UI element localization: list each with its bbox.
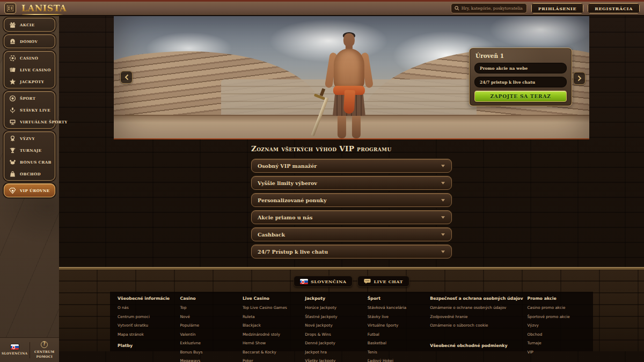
shopping-bag-icon — [9, 171, 16, 178]
sidebar-item-vip-urovne[interactable]: VIP ÚROVNE — [4, 184, 55, 196]
footer-link[interactable]: Ruleta — [243, 314, 301, 319]
footer-link[interactable]: Zodpovedné hranie — [430, 314, 523, 319]
carousel-next-button[interactable] — [573, 72, 586, 85]
sidebar-item-casino[interactable]: CASINO — [4, 52, 55, 64]
footer-livechat-button[interactable]: LIVE CHAT — [357, 276, 409, 287]
accordion-osobny-vip-manazer[interactable]: Osobný VIP manažér — [251, 159, 452, 173]
sidebar-item-vyzvy[interactable]: VÝZVY — [4, 132, 55, 144]
language-button[interactable]: SLOVENČINA — [0, 338, 30, 362]
footer-link[interactable]: Stávky live — [368, 314, 426, 319]
accordion-cashback[interactable]: Cashback — [251, 227, 452, 241]
sidebar-item-label: JACKPOTY — [20, 79, 44, 84]
sidebar-item-stavky-live[interactable]: STÁVKY LIVE — [4, 104, 55, 116]
footer-link[interactable]: Turnaje — [528, 341, 586, 345]
footer-column-live-casino: Live Casino Top Live Casino Games Ruleta… — [243, 296, 301, 351]
accordion-live-chat[interactable]: 24/7 Prístup k live chatu — [251, 245, 452, 258]
sidebar-item-label: ŠPORT — [20, 96, 35, 101]
sidebar-item-domov[interactable]: DOMOV — [4, 35, 55, 47]
accordion-personalizovane-ponuky[interactable]: Personalizované ponuky — [251, 193, 452, 207]
sidebar-toggle-button[interactable] — [4, 3, 16, 14]
search-input[interactable] — [462, 6, 523, 11]
footer-link[interactable]: Horúce Jackpoty — [305, 305, 363, 310]
chevron-down-icon — [441, 233, 445, 237]
footer-link[interactable]: Vytvoriť skratku — [118, 323, 175, 328]
accordion-akcie-priamo[interactable]: Akcie priamo u nás — [251, 210, 452, 224]
sidebar-item-label: AKCIE — [20, 23, 35, 27]
footer-link[interactable]: Všetky Jackpoty — [305, 358, 363, 362]
footer-link[interactable]: Top Live Casino Games — [243, 305, 301, 310]
footer-link[interactable]: Centrum pomoci — [118, 314, 175, 319]
sidebar-item-akcie[interactable]: AKCIE — [4, 19, 55, 31]
footer-link[interactable]: Megaways — [180, 358, 238, 362]
footer-link[interactable]: Mapa stránok — [118, 332, 175, 337]
medal-icon — [9, 135, 16, 142]
join-now-button[interactable]: ZAPOJTE SA TERAZ — [474, 91, 567, 102]
footer-link[interactable]: Jackpot hra — [305, 350, 363, 354]
footer-link[interactable]: Výzvy — [528, 323, 586, 328]
footer-link[interactable]: Oznámenie o súboroch cookie — [430, 323, 523, 328]
accordion-vyssie-limity[interactable]: Vyššie limity výberov — [251, 176, 452, 190]
footer-link[interactable]: Virtuálne športy — [368, 323, 426, 328]
footer-column-header: Všeobecné obchodné podmienky — [430, 343, 523, 348]
footer-link[interactable]: Drops & Wins — [305, 332, 363, 337]
footer-link[interactable]: Casino promo akcie — [528, 305, 586, 310]
sidebar-item-bonus-crab[interactable]: BONUS CRAB — [4, 156, 55, 168]
footer-column-general: Všeobecné informácie O nás Centrum pomoc… — [118, 296, 175, 351]
footer-link[interactable]: Ľadový Hokej — [368, 358, 426, 362]
sidebar-item-live-casino[interactable]: LIVE CASINO — [4, 64, 55, 76]
lanista-logo: LANISTA — [21, 4, 67, 13]
footer-link[interactable]: Denné Jackpoty — [305, 341, 363, 345]
login-button[interactable]: PRIHLÁSENIE — [531, 3, 583, 13]
level-benefit: Promo akcie na webe — [474, 63, 567, 73]
footer-language-button[interactable]: SLOVENČINA — [294, 276, 353, 287]
jackpot-star-icon — [9, 78, 16, 85]
sidebar-item-label: DOMOV — [20, 39, 38, 44]
help-center-button[interactable]: ? CENTRUM POMOCI — [30, 338, 60, 362]
footer-link[interactable]: Obchod — [528, 332, 586, 337]
footer-link[interactable]: Futbal — [368, 332, 426, 337]
footer-link[interactable]: Poker — [243, 358, 301, 362]
footer-link[interactable]: Blackjack — [243, 323, 301, 328]
footer-link[interactable]: Oznámenie o ochrane osobných údajov — [430, 305, 523, 310]
hero-underline — [114, 138, 589, 139]
footer-link[interactable]: Športové promo akcie — [528, 314, 586, 319]
sidebar-item-turnaje[interactable]: TURNAJE — [4, 144, 55, 156]
sidebar-group-rewards: VÝZVY TURNAJE BONUS CRAB OBCHOD — [4, 131, 55, 181]
footer-link[interactable]: O nás — [118, 305, 175, 310]
chevron-down-icon — [441, 164, 445, 168]
accordion-label: Personalizované ponuky — [258, 197, 326, 203]
footer-column-header: Šport — [368, 296, 426, 301]
cards-icon — [9, 67, 16, 73]
footer-link[interactable]: Baccarat & Kocky — [243, 350, 301, 354]
sidebar-item-label: VÝZVY — [20, 136, 35, 141]
sidebar-item-obchod[interactable]: OBCHOD — [4, 168, 55, 180]
footer-link[interactable]: Šťastné Jackpoty — [305, 314, 363, 319]
footer-link[interactable]: Nové Jackpoty — [305, 323, 363, 328]
footer-link[interactable]: Top — [180, 305, 238, 310]
carousel-prev-button[interactable] — [120, 71, 133, 84]
footer-link[interactable]: Populárne — [180, 323, 238, 328]
sidebar-item-label: VIP ÚROVNE — [20, 188, 49, 193]
sidebar-item-label: VIRTUÁLNE ŠPORTY — [20, 120, 68, 124]
soccer-ball-icon — [9, 95, 16, 102]
search-box[interactable] — [451, 3, 527, 13]
search-icon — [455, 6, 459, 11]
footer-link[interactable]: Valentín — [180, 332, 238, 337]
register-button[interactable]: REGISTRÁCIA — [588, 3, 640, 13]
footer-link[interactable]: Basketbal — [368, 341, 426, 345]
sidebar-item-virtualne-sporty[interactable]: VIRTUÁLNE ŠPORTY — [4, 116, 55, 128]
sidebar-item-sport[interactable]: ŠPORT — [4, 92, 55, 104]
sidebar-group-casino: CASINO LIVE CASINO JACKPOTY — [4, 51, 55, 88]
footer-link[interactable]: Herné Show — [243, 341, 301, 345]
sidebar-item-jackpoty[interactable]: JACKPOTY — [4, 76, 55, 87]
crab-icon — [9, 159, 16, 166]
footer-link[interactable]: Exkluzívne — [180, 341, 238, 345]
footer-link[interactable]: Nové — [180, 314, 238, 319]
footer-link[interactable]: Stávková kancelária — [368, 305, 426, 310]
sidebar-item-label: CASINO — [20, 56, 38, 61]
footer-link[interactable]: Tenis — [368, 350, 426, 354]
sidebar-item-label: STÁVKY LIVE — [20, 108, 50, 113]
footer-link[interactable]: Medzinárodné stoly — [243, 332, 301, 337]
footer-link[interactable]: VIP — [528, 350, 586, 354]
footer-link[interactable]: Bonus Buys — [180, 350, 238, 354]
